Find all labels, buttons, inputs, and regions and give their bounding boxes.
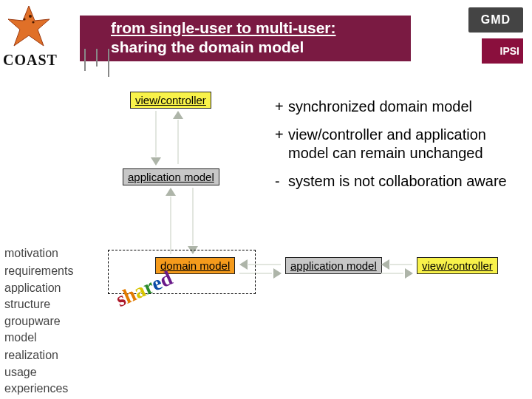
arrow-stem: [381, 273, 403, 274]
arrow-right-icon: [405, 268, 413, 279]
nav-item-requirements[interactable]: requirements: [4, 263, 93, 279]
svg-point-3: [32, 21, 34, 23]
box-application-model-right: application model: [285, 257, 382, 274]
gmd-logo: GMD: [468, 7, 523, 33]
outline-nav: motivation requirements application stru…: [4, 245, 93, 398]
ipsi-logo: IPSI: [482, 38, 523, 64]
box-view-controller-right: view/controller: [417, 257, 498, 274]
box-view-controller-top: view/controller: [130, 92, 211, 109]
svg-point-2: [23, 18, 25, 20]
slide-title: from single-user to multi-user: sharing …: [111, 18, 336, 58]
slide-title-line2: sharing the domain model: [111, 38, 304, 55]
coast-logo-text: COAST: [3, 52, 58, 69]
nav-item-groupware-model[interactable]: groupware model: [4, 313, 93, 345]
arrow-stem: [390, 264, 412, 265]
nav-item-motivation[interactable]: motivation: [4, 245, 93, 262]
arrow-right-icon: [273, 268, 282, 279]
arrow-stem: [170, 197, 171, 254]
arrow-stem: [155, 111, 157, 157]
arrow-down-icon: [151, 157, 161, 166]
nav-item-usage-experiences[interactable]: usage experiences: [4, 364, 93, 396]
arrow-left-icon: [381, 259, 389, 270]
svg-point-1: [29, 15, 32, 18]
nav-item-realization[interactable]: realization: [4, 347, 93, 364]
arrow-stem: [177, 120, 179, 164]
arrow-up-icon: [173, 111, 183, 119]
svg-marker-0: [8, 6, 50, 46]
ipsi-logo-text: IPSI: [500, 45, 519, 57]
gmd-logo-text: GMD: [481, 13, 511, 27]
slide-title-line1: from single-user to multi-user:: [111, 19, 336, 36]
box-application-model-left: application model: [123, 168, 219, 185]
nav-item-application-structure[interactable]: application structure: [4, 280, 93, 312]
slide-header: COAST from single-user to multi-user: sh…: [0, 0, 532, 74]
title-decoration: [69, 49, 114, 81]
starfish-logo: [6, 4, 52, 49]
arrow-stem: [192, 188, 194, 245]
arrow-up-icon: [166, 188, 176, 196]
